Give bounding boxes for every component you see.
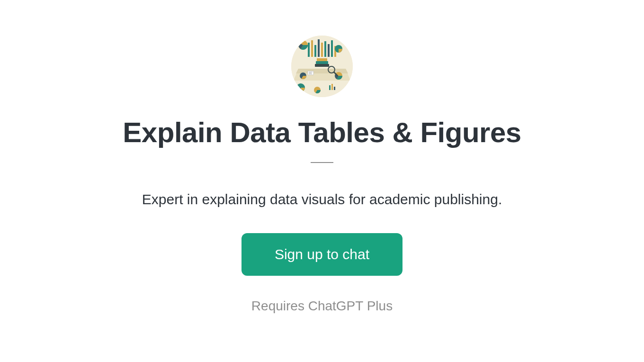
svg-rect-14	[317, 58, 327, 61]
svg-rect-7	[328, 44, 330, 57]
svg-rect-6	[324, 41, 326, 57]
svg-rect-8	[331, 40, 333, 57]
svg-rect-12	[315, 64, 329, 67]
svg-rect-25	[329, 85, 331, 90]
svg-rect-4	[318, 39, 320, 57]
signup-button[interactable]: Sign up to chat	[242, 233, 402, 276]
svg-rect-2	[311, 40, 313, 57]
gpt-title: Explain Data Tables & Figures	[123, 116, 521, 149]
svg-rect-1	[308, 43, 310, 57]
gpt-description: Expert in explaining data visuals for ac…	[142, 191, 502, 208]
svg-rect-13	[316, 61, 328, 64]
svg-rect-27	[334, 87, 335, 90]
divider	[311, 162, 333, 163]
gpt-avatar	[291, 36, 353, 97]
svg-rect-26	[331, 84, 333, 90]
requirement-text: Requires ChatGPT Plus	[251, 299, 393, 314]
svg-rect-3	[314, 45, 316, 57]
svg-rect-5	[321, 43, 323, 57]
